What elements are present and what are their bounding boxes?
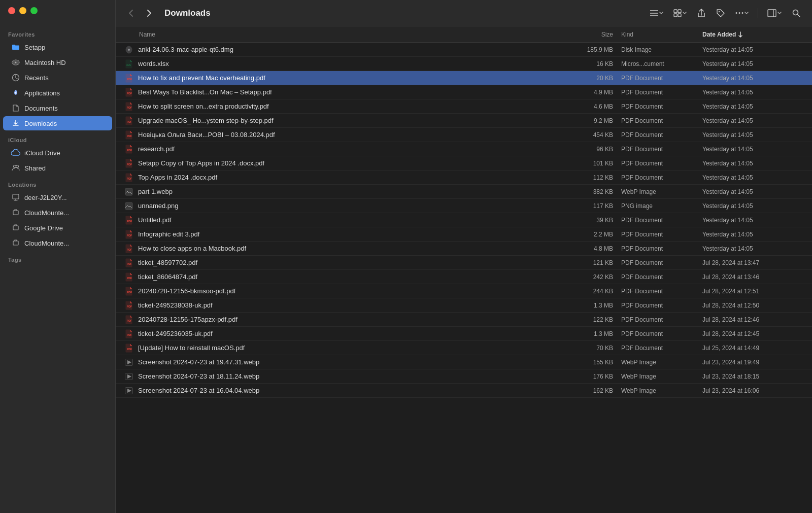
- folder-blue-icon: [11, 43, 20, 52]
- file-list[interactable]: anki-24.06.3-mac-apple-qt6.dmg 185.9 MB …: [116, 43, 812, 513]
- svg-rect-15: [678, 10, 681, 13]
- table-row[interactable]: PDF How to close apps on a Macbook.pdf 4…: [116, 242, 812, 256]
- grid-view-button[interactable]: [670, 7, 690, 19]
- svg-text:PDF: PDF: [127, 262, 132, 265]
- col-header-kind[interactable]: Kind: [621, 31, 702, 38]
- file-size: 155 KB: [565, 359, 621, 366]
- svg-text:PDF: PDF: [127, 319, 132, 322]
- col-header-date-added[interactable]: Date Added: [702, 31, 804, 38]
- table-row[interactable]: PDF research.pdf 96 KB PDF Document Yest…: [116, 142, 812, 156]
- svg-rect-14: [674, 10, 677, 13]
- pdf-icon: PDF: [124, 315, 134, 325]
- sidebar-item-cloudmount-2[interactable]: CloudMounte...: [3, 236, 112, 250]
- search-button[interactable]: [789, 6, 804, 21]
- file-size: 112 KB: [565, 174, 621, 181]
- svg-text:PDF: PDF: [127, 220, 132, 223]
- sidebar-item-macintosh-hd[interactable]: Macintosh HD: [3, 55, 112, 70]
- file-kind: PDF Document: [621, 117, 702, 124]
- table-row[interactable]: PDF ticket_48597702.pdf 121 KB PDF Docum…: [116, 256, 812, 270]
- pdf-icon: PDF: [124, 173, 134, 183]
- pdf-icon: PDF: [124, 130, 134, 140]
- table-row[interactable]: PDF Новіцька Ольга Васи...РОBI – 03.08.2…: [116, 128, 812, 142]
- table-row[interactable]: anki-24.06.3-mac-apple-qt6.dmg 185.9 MB …: [116, 43, 812, 57]
- sidebar-item-documents[interactable]: Documents: [3, 101, 112, 115]
- sidebar-item-label: Documents: [24, 105, 58, 112]
- table-row[interactable]: unnamed.png 117 KB PNG image Yesterday a…: [116, 199, 812, 213]
- forward-button[interactable]: [142, 6, 156, 20]
- back-button[interactable]: [124, 6, 138, 20]
- file-name: Top Apps in 2024 .docx.pdf: [138, 174, 565, 181]
- table-row[interactable]: PDF How to fix and prevent Mac overheati…: [116, 71, 812, 85]
- file-name: Best Ways To Blacklist...On Mac – Setapp…: [138, 88, 565, 96]
- table-row[interactable]: Screenshot 2024-07-23 at 16.04.04.webp 1…: [116, 384, 812, 398]
- rocket-icon: [11, 88, 20, 97]
- list-view-button[interactable]: [647, 8, 666, 19]
- table-row[interactable]: PDF ticket_86064874.pdf 242 KB PDF Docum…: [116, 270, 812, 284]
- file-size: 16 KB: [565, 60, 621, 67]
- table-row[interactable]: PDF Top Apps in 2024 .docx.pdf 112 KB PD…: [116, 170, 812, 185]
- table-row[interactable]: PDF Untitled.pdf 39 KB PDF Document Yest…: [116, 213, 812, 227]
- tag-button[interactable]: [713, 6, 728, 21]
- table-row[interactable]: PDF Infographic edit 3.pdf 2.2 MB PDF Do…: [116, 227, 812, 242]
- preview-button[interactable]: [764, 7, 785, 19]
- table-row[interactable]: PDF Setapp Copy of Top Apps in 2024 .doc…: [116, 156, 812, 170]
- locations-section-label: Locations: [0, 176, 115, 190]
- icloud-section-label: iCloud: [0, 131, 115, 145]
- table-row[interactable]: PDF Best Ways To Blacklist...On Mac – Se…: [116, 85, 812, 99]
- table-row[interactable]: Screenshot 2024-07-23 at 18.11.24.webp 1…: [116, 369, 812, 384]
- file-kind: PDF Document: [621, 146, 702, 153]
- file-size: 1.3 MB: [565, 302, 621, 309]
- file-date: Jul 28, 2024 at 12:50: [702, 302, 804, 309]
- table-row[interactable]: XLS words.xlsx 16 KB Micros...cument Yes…: [116, 57, 812, 71]
- svg-text:PDF: PDF: [127, 248, 132, 251]
- main-content: Downloads: [116, 0, 812, 513]
- sidebar-item-label: Applications: [24, 89, 60, 97]
- table-row[interactable]: PDF How to split screen on...extra produ…: [116, 99, 812, 114]
- svg-text:PDF: PDF: [127, 92, 132, 95]
- sidebar-item-downloads[interactable]: Downloads: [3, 116, 112, 130]
- minimize-button[interactable]: [19, 7, 26, 14]
- col-header-name[interactable]: Name: [124, 31, 565, 38]
- maximize-button[interactable]: [30, 7, 38, 14]
- sidebar-item-label: CloudMounte...: [24, 209, 69, 217]
- sidebar-item-cloudmount-1[interactable]: CloudMounte...: [3, 206, 112, 220]
- column-headers: Name Size Kind Date Added: [116, 26, 812, 43]
- table-row[interactable]: PDF [Update] How to reinstall macOS.pdf …: [116, 341, 812, 355]
- svg-point-21: [742, 12, 743, 14]
- table-row[interactable]: PDF 20240728-12156-bkmsoo-pdf.pdf 244 KB…: [116, 284, 812, 298]
- share-button[interactable]: [694, 6, 709, 21]
- toolbar-actions: [647, 6, 804, 21]
- webm-icon: [124, 357, 134, 367]
- table-row[interactable]: Screenshot 2024-07-23 at 19.47.31.webp 1…: [116, 355, 812, 369]
- file-date: Yesterday at 14:05: [702, 174, 804, 181]
- col-header-size[interactable]: Size: [565, 31, 621, 38]
- pdf-icon: PDF: [124, 272, 134, 282]
- sidebar-item-shared[interactable]: Shared: [3, 161, 112, 175]
- close-button[interactable]: [8, 7, 15, 14]
- sidebar-item-google-drive[interactable]: Google Drive: [3, 221, 112, 235]
- table-row[interactable]: PDF 20240728-12156-175apzx-pdf.pdf 122 K…: [116, 313, 812, 327]
- table-row[interactable]: PDF Upgrade macOS_ Ho...ystem step-by-st…: [116, 114, 812, 128]
- more-button[interactable]: [732, 10, 752, 17]
- sidebar-item-icloud-drive[interactable]: iCloud Drive: [3, 146, 112, 160]
- traffic-lights: [8, 7, 38, 14]
- svg-point-20: [739, 12, 740, 14]
- webm-icon: [124, 386, 134, 396]
- sidebar-item-applications[interactable]: Applications: [3, 86, 112, 100]
- pdf-icon: PDF: [124, 258, 134, 268]
- file-kind: PDF Document: [621, 131, 702, 139]
- sidebar-item-recents[interactable]: Recents: [3, 71, 112, 85]
- sidebar: Favorites Setapp Macintosh HD Recents Ap…: [0, 0, 116, 513]
- pdf-icon: PDF: [124, 101, 134, 112]
- file-date: Yesterday at 14:05: [702, 89, 804, 96]
- file-date: Yesterday at 14:05: [702, 231, 804, 238]
- file-date: Jul 28, 2024 at 13:47: [702, 259, 804, 266]
- sidebar-item-deer[interactable]: deer-J2L20Y...: [3, 190, 112, 204]
- file-size: 9.2 MB: [565, 117, 621, 124]
- table-row[interactable]: part 1.webp 382 KB WebP Image Yesterday …: [116, 185, 812, 199]
- svg-point-5: [14, 165, 16, 168]
- table-row[interactable]: PDF ticket-2495236035-uk.pdf 1.3 MB PDF …: [116, 327, 812, 341]
- file-name: ticket-2495238038-uk.pdf: [138, 301, 565, 309]
- table-row[interactable]: PDF ticket-2495238038-uk.pdf 1.3 MB PDF …: [116, 298, 812, 313]
- sidebar-item-setapp[interactable]: Setapp: [3, 40, 112, 54]
